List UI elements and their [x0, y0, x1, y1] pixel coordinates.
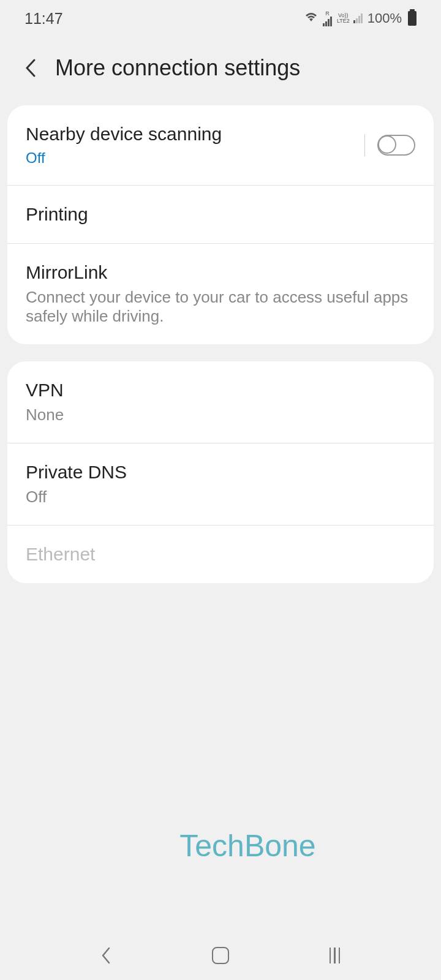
- item-title: Private DNS: [26, 462, 415, 483]
- page-title: More connection settings: [55, 55, 300, 81]
- printing-item[interactable]: Printing: [7, 186, 434, 244]
- wifi-icon: [304, 12, 318, 26]
- toggle-container: [364, 134, 416, 156]
- item-subtitle: None: [26, 405, 415, 424]
- nav-back-button[interactable]: [97, 946, 115, 965]
- watermark: TechBone: [179, 828, 315, 864]
- settings-group-2: VPN None Private DNS Off Ethernet: [7, 361, 434, 583]
- nav-home-button[interactable]: [211, 946, 230, 965]
- settings-group-1: Nearby device scanning Off Printing Mirr…: [7, 105, 434, 344]
- nearby-device-scanning-item[interactable]: Nearby device scanning Off: [7, 105, 434, 186]
- item-title: Printing: [26, 204, 415, 225]
- back-button[interactable]: [18, 56, 43, 80]
- ethernet-item: Ethernet: [7, 526, 434, 583]
- network-indicator-1: R: [323, 11, 332, 26]
- battery-percent: 100%: [368, 10, 402, 26]
- item-title: MirrorLink: [26, 262, 415, 283]
- item-subtitle: Off: [26, 488, 415, 507]
- item-title: VPN: [26, 380, 415, 401]
- status-right: R Vo)) LTE2 100%: [304, 10, 417, 26]
- status-time: 11:47: [24, 10, 63, 28]
- item-subtitle: Connect your device to your car to acces…: [26, 288, 415, 326]
- vpn-item[interactable]: VPN None: [7, 361, 434, 443]
- mirrorlink-item[interactable]: MirrorLink Connect your device to your c…: [7, 244, 434, 344]
- nearby-device-scanning-toggle[interactable]: [377, 135, 415, 156]
- item-title: Nearby device scanning: [26, 124, 222, 145]
- item-title: Ethernet: [26, 544, 415, 565]
- header: More connection settings: [0, 37, 441, 105]
- toggle-divider: [364, 134, 366, 156]
- status-bar: 11:47 R Vo)) LTE2 100%: [0, 0, 441, 37]
- nav-recent-button[interactable]: [326, 946, 344, 965]
- battery-icon: [408, 11, 417, 26]
- network-indicator-2: Vo)) LTE2: [337, 13, 363, 24]
- private-dns-item[interactable]: Private DNS Off: [7, 443, 434, 526]
- navigation-bar: [0, 931, 441, 980]
- item-subtitle: Off: [26, 149, 222, 167]
